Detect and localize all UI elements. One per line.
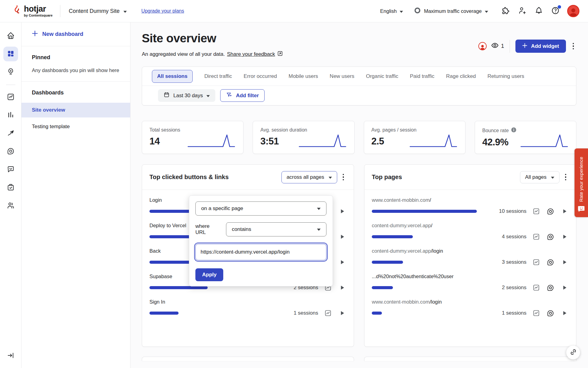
rate-experience-tab[interactable]: Rate your experience	[575, 148, 588, 217]
trends-icon[interactable]	[532, 283, 541, 292]
page-url: ...d%20not%20authenticate%20user	[372, 274, 569, 279]
widget-more-menu-button[interactable]	[340, 171, 347, 183]
play-sessions-icon[interactable]	[338, 232, 346, 241]
flame-icon	[12, 5, 21, 17]
page-url: www.content-mobbin.com/	[372, 197, 569, 203]
tab-direct-traffic[interactable]: Direct traffic	[204, 73, 232, 79]
tab-all-sessions[interactable]: All sessions	[152, 70, 193, 83]
page-scope-dropdown[interactable]: across all pages	[281, 171, 337, 183]
hotjar-logo[interactable]: hotjar by Contentsquare	[12, 5, 53, 17]
feedback-chat-icon	[7, 165, 15, 174]
add-filter-button[interactable]: Add filter	[220, 89, 265, 102]
sidebar-item-feedback[interactable]	[3, 162, 18, 177]
play-sessions-icon[interactable]	[560, 309, 569, 317]
sidebar-item-journeys[interactable]	[3, 126, 18, 141]
sidebar-item-highlights[interactable]	[3, 65, 18, 79]
nav-item-site-overview[interactable]: Site overview	[21, 103, 130, 117]
tab-organic-traffic[interactable]: Organic traffic	[366, 73, 398, 79]
user-avatar[interactable]	[567, 5, 579, 17]
divider	[60, 5, 60, 17]
date-range-dropdown[interactable]: Last 30 days	[158, 89, 215, 102]
home-icon	[7, 32, 15, 40]
sidebar-item-trends[interactable]	[3, 90, 18, 105]
icon-sidebar	[0, 22, 21, 368]
pinned-empty-text: Any dashboards you pin will show here	[32, 67, 120, 73]
trends-icon[interactable]	[532, 232, 541, 241]
chevron-down-icon	[485, 8, 488, 14]
page-url: content-dummy.vercel.app/login	[372, 248, 569, 254]
share-feedback-link[interactable]: Share your feedback	[227, 51, 275, 57]
tab-mobile-users[interactable]: Mobile users	[288, 73, 318, 79]
heatmap-icon[interactable]	[546, 309, 555, 317]
stat-label: Avg. pages / session	[371, 127, 417, 133]
sessions-count: 4 sessions	[500, 234, 526, 240]
sessions-count: 1 sessions	[292, 310, 318, 316]
play-sessions-icon[interactable]	[338, 258, 346, 266]
sparkline	[409, 133, 458, 149]
viewer-avatar	[478, 42, 487, 50]
tab-paid-traffic[interactable]: Paid traffic	[410, 73, 434, 79]
copy-link-button[interactable]	[566, 346, 580, 359]
stats-row: Total sessions 14 Avg. session duration …	[142, 121, 576, 154]
page-scope-select[interactable]: on a specific page	[195, 201, 326, 216]
add-widget-button[interactable]: Add widget	[515, 40, 566, 53]
play-sessions-icon[interactable]	[560, 232, 569, 241]
trends-icon[interactable]	[532, 258, 541, 266]
interviews-users-icon	[7, 201, 15, 210]
heatmap-icon[interactable]	[546, 207, 555, 216]
play-sessions-icon[interactable]	[560, 283, 569, 292]
tab-returning-users[interactable]: Returning users	[488, 73, 524, 79]
pages-scope-label: All pages	[525, 174, 547, 180]
page-title: Site overview	[142, 32, 283, 45]
segments-filters-card: All sessions Direct traffic Error occurr…	[142, 67, 576, 105]
sidebar-item-heatmaps[interactable]	[3, 144, 18, 159]
smiley-bubble-icon	[578, 205, 585, 213]
heatmap-icon[interactable]	[546, 283, 555, 292]
url-value-input[interactable]	[195, 244, 326, 260]
divider	[510, 40, 510, 53]
trends-icon[interactable]	[532, 309, 541, 317]
play-sessions-icon[interactable]	[338, 309, 346, 317]
trends-icon[interactable]	[324, 309, 332, 317]
language-dropdown[interactable]: English	[380, 8, 403, 14]
widget-title: Top clicked buttons & links	[149, 174, 281, 181]
page-url: content-dummy.vercel.app/	[372, 223, 569, 228]
heatmap-icon[interactable]	[546, 232, 555, 241]
sidebar-item-dashboards[interactable]	[3, 47, 18, 61]
new-dashboard-button[interactable]: New dashboard	[21, 30, 130, 46]
play-sessions-icon[interactable]	[338, 283, 346, 292]
sidebar-item-surveys[interactable]	[3, 180, 18, 195]
upgrade-plans-link[interactable]: Upgrade your plans	[141, 8, 184, 14]
tab-new-users[interactable]: New users	[330, 73, 354, 79]
url-operator-select[interactable]: contains	[226, 222, 326, 236]
nav-item-testing-template[interactable]: Testing template	[21, 119, 130, 134]
widget-more-menu-button[interactable]	[563, 171, 569, 183]
page-more-menu-button[interactable]	[570, 40, 577, 52]
integrations-button[interactable]	[499, 5, 512, 17]
help-button[interactable]	[549, 5, 562, 17]
notifications-button[interactable]	[532, 5, 545, 17]
tab-rage-clicked[interactable]: Rage clicked	[446, 73, 476, 79]
heatmap-icon[interactable]	[546, 258, 555, 266]
traffic-coverage-dropdown[interactable]: Maximum traffic coverage	[414, 7, 488, 15]
sidebar-item-home[interactable]	[3, 29, 18, 43]
apply-filter-button[interactable]: Apply	[195, 268, 223, 281]
collapse-arrow-icon	[7, 351, 15, 360]
plus-icon	[32, 30, 38, 38]
sidebar-item-interviews[interactable]	[3, 198, 18, 213]
sidebar-item-funnels[interactable]	[3, 108, 18, 123]
pages-scope-dropdown[interactable]: All pages	[520, 171, 560, 183]
invite-user-button[interactable]	[516, 5, 529, 17]
add-widget-label: Add widget	[531, 43, 559, 49]
collapse-sidebar-button[interactable]	[3, 348, 18, 363]
play-sessions-icon[interactable]	[560, 258, 569, 266]
play-sessions-icon[interactable]	[338, 207, 346, 216]
site-selector-dropdown[interactable]: Content Dummy Site	[69, 8, 127, 14]
page-row: content-dummy.vercel.app/ 4 sessions	[372, 223, 569, 248]
play-sessions-icon[interactable]	[560, 207, 569, 216]
date-range-label: Last 30 days	[173, 93, 203, 99]
url-path: /login	[431, 248, 443, 254]
tab-error-occurred[interactable]: Error occurred	[244, 73, 277, 79]
info-icon[interactable]	[511, 127, 516, 134]
trends-icon[interactable]	[532, 207, 541, 216]
